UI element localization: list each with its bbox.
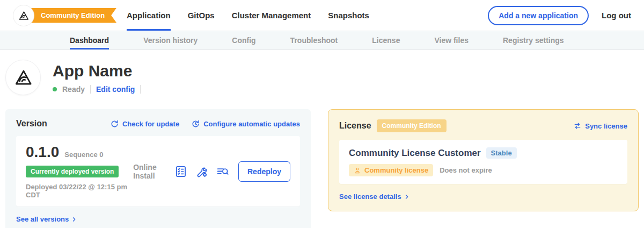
license-type-row: Community license Does not expire <box>349 164 618 176</box>
version-card-actions: Check for update Configure automatic upd… <box>110 119 300 129</box>
lines-magnifier-icon <box>216 165 230 179</box>
subtab-troubleshoot[interactable]: Troubleshoot <box>290 31 338 49</box>
license-type-badge: Community license <box>349 164 433 176</box>
license-card: License Community Edition Sync license C… <box>328 109 639 211</box>
app-subnav: Dashboard Version history Config Trouble… <box>0 31 644 50</box>
see-all-versions-link[interactable]: See all versions <box>16 215 77 223</box>
see-license-details-link[interactable]: See license details <box>339 193 410 201</box>
currently-deployed-badge: Currently deployed version <box>26 166 119 177</box>
subtab-version-history[interactable]: Version history <box>143 31 197 49</box>
app-title-block: App Name Ready Edit config <box>53 60 141 94</box>
check-for-update-link[interactable]: Check for update <box>110 119 179 129</box>
configure-automatic-updates-label: Configure automatic updates <box>203 120 300 128</box>
license-customer-row: Community License Customer Stable <box>349 147 618 159</box>
divider <box>90 85 91 94</box>
license-type-label: Community license <box>364 166 428 174</box>
configure-automatic-updates-link[interactable]: Configure automatic updates <box>191 119 300 129</box>
primary-nav: Application GitOps Cluster Management Sn… <box>127 0 369 31</box>
license-title-group: License Community Edition <box>339 119 447 132</box>
app-logo-icon <box>13 67 33 88</box>
tab-snapshots[interactable]: Snapshots <box>328 0 369 31</box>
brand: Community Edition <box>13 5 99 26</box>
sync-license-label: Sync license <box>585 122 627 130</box>
tab-application[interactable]: Application <box>127 0 171 31</box>
chevron-right-icon <box>404 194 410 200</box>
sync-license-link[interactable]: Sync license <box>573 122 627 130</box>
version-number-row: 0.1.0 Sequence 0 <box>26 144 133 161</box>
license-card-title: License <box>339 121 371 131</box>
subtab-license[interactable]: License <box>372 31 400 49</box>
top-navbar: Community Edition Application GitOps Clu… <box>0 0 644 31</box>
checklist-icon <box>174 165 188 179</box>
replicated-logo <box>13 5 34 26</box>
current-version-panel: 0.1.0 Sequence 0 Currently deployed vers… <box>16 136 300 206</box>
subtab-registry-settings[interactable]: Registry settings <box>503 31 564 49</box>
sequence-label: Sequence 0 <box>64 151 103 159</box>
version-number: 0.1.0 <box>26 144 59 161</box>
add-new-application-button[interactable]: Add a new application <box>488 6 589 25</box>
deployed-timestamp: Deployed 03/22/22 @ 12:15 pm CDT <box>26 183 133 199</box>
edit-config-link[interactable]: Edit config <box>96 85 135 94</box>
license-expiry: Does not expire <box>440 166 492 174</box>
subtab-dashboard[interactable]: Dashboard <box>70 31 109 49</box>
redeploy-button[interactable]: Redeploy <box>238 161 290 182</box>
view-diff-button[interactable] <box>216 165 230 179</box>
replicated-logo-icon <box>18 10 30 22</box>
app-avatar <box>5 60 41 95</box>
tab-cluster-management[interactable]: Cluster Management <box>232 0 311 31</box>
version-card-title: Version <box>16 119 47 129</box>
sync-arrows-icon <box>573 122 582 130</box>
app-status-row: Ready Edit config <box>53 85 141 94</box>
edit-config-values-button[interactable] <box>195 165 209 179</box>
dashboard-cards: Version Check for update <box>5 109 639 228</box>
check-for-update-label: Check for update <box>122 120 179 128</box>
install-type-label: Online Install <box>133 163 165 180</box>
license-details-panel: Community License Customer Stable Commun… <box>339 140 627 184</box>
community-edition-badge: Community Edition <box>377 119 447 132</box>
version-card: Version Check for update <box>5 109 311 228</box>
app-status-label: Ready <box>62 85 85 94</box>
page-title: App Name <box>53 62 141 80</box>
community-edition-ribbon: Community Edition <box>25 8 116 23</box>
tab-gitops[interactable]: GitOps <box>188 0 215 31</box>
chevron-right-icon <box>71 216 77 223</box>
refresh-icon <box>110 119 119 129</box>
customer-name: Community License Customer <box>349 148 481 159</box>
subtab-config[interactable]: Config <box>232 31 255 49</box>
app-header: App Name Ready Edit config <box>5 60 639 95</box>
wrench-gear-icon <box>195 165 209 179</box>
version-info: 0.1.0 Sequence 0 Currently deployed vers… <box>26 144 133 199</box>
subtab-view-files[interactable]: View files <box>434 31 469 49</box>
version-card-header: Version Check for update <box>16 119 300 129</box>
release-notes-button[interactable] <box>174 165 188 179</box>
ready-status-dot <box>53 87 57 91</box>
see-all-versions-label: See all versions <box>16 215 69 223</box>
clock-refresh-icon <box>191 119 200 129</box>
logout-link[interactable]: Log out <box>602 11 631 20</box>
channel-badge: Stable <box>486 147 517 159</box>
version-actions: Online Install <box>133 161 290 182</box>
topnav-right: Add a new application Log out <box>488 6 631 25</box>
person-icon <box>354 167 361 174</box>
divider <box>140 85 141 94</box>
see-license-details-label: See license details <box>339 193 401 201</box>
license-card-header: License Community Edition Sync license <box>339 119 627 132</box>
dashboard-main: App Name Ready Edit config Version <box>0 60 644 228</box>
